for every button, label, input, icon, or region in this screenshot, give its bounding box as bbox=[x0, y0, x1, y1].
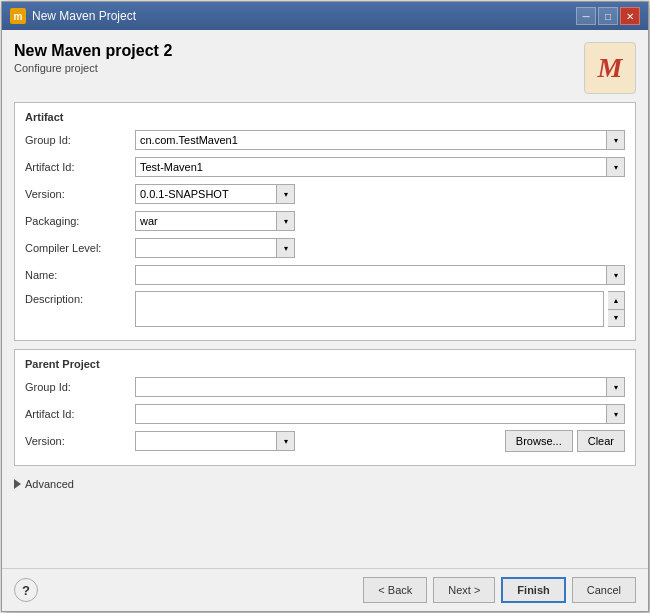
scroll-up-btn[interactable]: ▲ bbox=[608, 292, 624, 310]
dialog-content: New Maven project 2 Configure project M … bbox=[2, 30, 648, 568]
description-input[interactable] bbox=[135, 291, 604, 327]
parent-artifact-id-input[interactable] bbox=[135, 404, 607, 424]
maximize-button[interactable]: □ bbox=[598, 7, 618, 25]
group-id-combo: ▾ bbox=[135, 130, 625, 150]
version-label: Version: bbox=[25, 188, 135, 200]
version-combo: ▾ bbox=[135, 184, 295, 204]
window-icon: m bbox=[10, 8, 26, 24]
window-title: New Maven Project bbox=[32, 9, 570, 23]
parent-group-id-dropdown-btn[interactable]: ▾ bbox=[607, 377, 625, 397]
parent-version-label: Version: bbox=[25, 435, 135, 447]
version-control: ▾ bbox=[135, 184, 625, 204]
packaging-combo: ▾ bbox=[135, 211, 295, 231]
spacer bbox=[14, 502, 636, 556]
clear-button[interactable]: Clear bbox=[577, 430, 625, 452]
packaging-control: ▾ bbox=[135, 211, 625, 231]
parent-artifact-id-label: Artifact Id: bbox=[25, 408, 135, 420]
parent-version-row: Version: ▾ Browse... Clear bbox=[25, 430, 625, 452]
group-id-row: Group Id: ▾ bbox=[25, 129, 625, 151]
group-id-control: ▾ bbox=[135, 130, 625, 150]
parent-group-id-control: ▾ bbox=[135, 377, 625, 397]
back-button[interactable]: < Back bbox=[363, 577, 427, 603]
artifact-id-label: Artifact Id: bbox=[25, 161, 135, 173]
parent-group-id-row: Group Id: ▾ bbox=[25, 376, 625, 398]
packaging-label: Packaging: bbox=[25, 215, 135, 227]
main-window: m New Maven Project ─ □ ✕ New Maven proj… bbox=[1, 1, 649, 612]
packaging-dropdown-btn[interactable]: ▾ bbox=[277, 211, 295, 231]
parent-group-id-label: Group Id: bbox=[25, 381, 135, 393]
header-text: New Maven project 2 Configure project bbox=[14, 42, 172, 74]
header-row: New Maven project 2 Configure project M bbox=[14, 42, 636, 94]
name-dropdown-btn[interactable]: ▾ bbox=[607, 265, 625, 285]
next-button[interactable]: Next > bbox=[433, 577, 495, 603]
group-id-dropdown-btn[interactable]: ▾ bbox=[607, 130, 625, 150]
cancel-button[interactable]: Cancel bbox=[572, 577, 636, 603]
version-row: Version: ▾ bbox=[25, 183, 625, 205]
title-bar-buttons: ─ □ ✕ bbox=[576, 7, 640, 25]
artifact-section-label: Artifact bbox=[25, 111, 625, 123]
parent-artifact-id-control: ▾ bbox=[135, 404, 625, 424]
compiler-level-label: Compiler Level: bbox=[25, 242, 135, 254]
scroll-down-btn[interactable]: ▼ bbox=[608, 310, 624, 327]
version-dropdown-btn[interactable]: ▾ bbox=[277, 184, 295, 204]
packaging-input[interactable] bbox=[135, 211, 277, 231]
parent-artifact-id-row: Artifact Id: ▾ bbox=[25, 403, 625, 425]
dialog-subtitle: Configure project bbox=[14, 62, 172, 74]
dialog-title: New Maven project 2 bbox=[14, 42, 172, 60]
description-label: Description: bbox=[25, 291, 135, 305]
name-control: ▾ bbox=[135, 265, 625, 285]
parent-version-combo: ▾ bbox=[135, 431, 295, 451]
parent-artifact-id-dropdown-btn[interactable]: ▾ bbox=[607, 404, 625, 424]
packaging-row: Packaging: ▾ bbox=[25, 210, 625, 232]
advanced-row[interactable]: Advanced bbox=[14, 474, 636, 494]
parent-version-input[interactable] bbox=[135, 431, 277, 451]
parent-artifact-id-combo: ▾ bbox=[135, 404, 625, 424]
name-label: Name: bbox=[25, 269, 135, 281]
artifact-section: Artifact Group Id: ▾ Artifact Id: ▾ bbox=[14, 102, 636, 341]
artifact-id-input[interactable] bbox=[135, 157, 607, 177]
group-id-input[interactable] bbox=[135, 130, 607, 150]
parent-section: Parent Project Group Id: ▾ Artifact Id: bbox=[14, 349, 636, 466]
minimize-button[interactable]: ─ bbox=[576, 7, 596, 25]
browse-button[interactable]: Browse... bbox=[505, 430, 573, 452]
finish-button[interactable]: Finish bbox=[501, 577, 565, 603]
description-row: Description: ▲ ▼ bbox=[25, 291, 625, 327]
name-input[interactable] bbox=[135, 265, 607, 285]
close-button[interactable]: ✕ bbox=[620, 7, 640, 25]
parent-group-id-input[interactable] bbox=[135, 377, 607, 397]
parent-section-label: Parent Project bbox=[25, 358, 625, 370]
compiler-level-row: Compiler Level: ▾ bbox=[25, 237, 625, 259]
help-button[interactable]: ? bbox=[14, 578, 38, 602]
bottom-bar: ? < Back Next > Finish Cancel bbox=[2, 568, 648, 611]
title-bar: m New Maven Project ─ □ ✕ bbox=[2, 2, 648, 30]
advanced-label: Advanced bbox=[25, 478, 74, 490]
name-combo: ▾ bbox=[135, 265, 625, 285]
artifact-id-combo: ▾ bbox=[135, 157, 625, 177]
artifact-id-dropdown-btn[interactable]: ▾ bbox=[607, 157, 625, 177]
compiler-level-combo: ▾ bbox=[135, 238, 295, 258]
description-scroll: ▲ ▼ bbox=[608, 291, 625, 327]
group-id-label: Group Id: bbox=[25, 134, 135, 146]
compiler-level-input[interactable] bbox=[135, 238, 277, 258]
parent-group-id-combo: ▾ bbox=[135, 377, 625, 397]
version-input[interactable] bbox=[135, 184, 277, 204]
compiler-level-dropdown-btn[interactable]: ▾ bbox=[277, 238, 295, 258]
compiler-level-control: ▾ bbox=[135, 238, 625, 258]
parent-version-control: ▾ Browse... Clear bbox=[135, 430, 625, 452]
parent-version-dropdown-btn[interactable]: ▾ bbox=[277, 431, 295, 451]
name-row: Name: ▾ bbox=[25, 264, 625, 286]
maven-icon: M bbox=[584, 42, 636, 94]
artifact-id-control: ▾ bbox=[135, 157, 625, 177]
description-control: ▲ ▼ bbox=[135, 291, 625, 327]
artifact-id-row: Artifact Id: ▾ bbox=[25, 156, 625, 178]
advanced-toggle-icon bbox=[14, 479, 21, 489]
